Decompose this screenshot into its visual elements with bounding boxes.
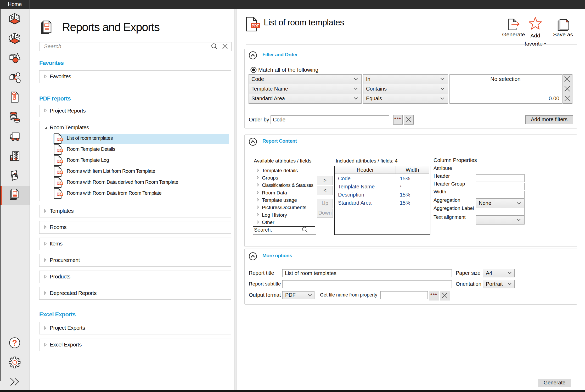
svg-text:?: ? xyxy=(12,338,17,348)
svg-text:PDF: PDF xyxy=(57,138,63,141)
svg-text:PDF: PDF xyxy=(57,160,63,163)
svg-text:PDF: PDF xyxy=(57,182,63,185)
svg-text:PDF: PDF xyxy=(57,149,63,152)
svg-text:PDF: PDF xyxy=(252,24,259,28)
svg-text:PDF: PDF xyxy=(57,171,63,174)
svg-text:PDF: PDF xyxy=(57,193,63,196)
